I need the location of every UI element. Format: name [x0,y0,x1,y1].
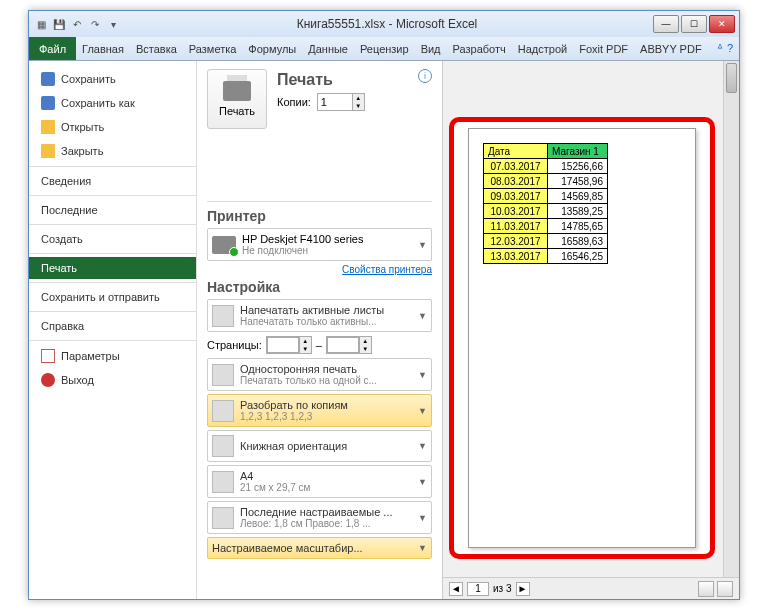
help-icon[interactable]: ? [727,42,733,55]
opt-sublabel: 21 см x 29,7 см [240,482,412,493]
margins-selector[interactable]: Последние настраиваемые ...Левое: 1,8 см… [207,501,432,534]
spinner-down-icon[interactable]: ▼ [353,102,364,110]
excel-window: ▦ 💾 ↶ ↷ ▾ Книга55551.xlsx - Microsoft Ex… [28,10,740,600]
sidebar-item-saveas[interactable]: Сохранить как [29,91,196,115]
show-margins-button[interactable] [698,581,714,597]
sidebar-item-close[interactable]: Закрыть [29,139,196,163]
sidebar-label: Закрыть [61,145,103,157]
paper-size-selector[interactable]: A421 см x 29,7 см ▼ [207,465,432,498]
tab-home[interactable]: Главная [76,43,130,55]
table-row: 07.03.201715256,66 [484,159,608,174]
sidebar-item-help[interactable]: Справка [29,315,196,337]
table-row: 11.03.201714785,65 [484,219,608,234]
margins-icon [212,507,234,529]
pages-to-spinner[interactable]: ▲▼ [326,336,372,354]
sidebar-label: Сохранить и отправить [41,291,160,303]
table-header: Дата [484,144,548,159]
save-icon[interactable]: 💾 [51,16,67,32]
opt-label: Настраиваемое масштабир... [212,542,412,554]
copies-input[interactable] [318,94,352,110]
next-page-button[interactable]: ► [516,582,530,596]
collate-selector[interactable]: Разобрать по копиям1,2,3 1,2,3 1,2,3 ▼ [207,394,432,427]
chevron-down-icon: ▼ [418,477,427,487]
printer-name: HP Deskjet F4100 series [242,233,412,245]
chevron-down-icon: ▼ [418,441,427,451]
printer-selector[interactable]: HP Deskjet F4100 series Не подключен ▼ [207,228,432,261]
collate-icon [212,400,234,422]
excel-icon: ▦ [33,16,49,32]
qat-dropdown-icon[interactable]: ▾ [105,16,121,32]
tab-abbyy[interactable]: ABBYY PDF [634,43,708,55]
minimize-ribbon-icon[interactable]: ᐞ [717,42,723,55]
tab-formulas[interactable]: Формулы [242,43,302,55]
tab-foxit[interactable]: Foxit PDF [573,43,634,55]
tab-data[interactable]: Данные [302,43,354,55]
minimize-button[interactable]: — [653,15,679,33]
page-total-label: из 3 [493,583,512,594]
print-button-label: Печать [219,105,255,117]
tab-view[interactable]: Вид [415,43,447,55]
saveas-icon [41,96,55,110]
options-icon [41,349,55,363]
table-header: Магазин 1 [548,144,608,159]
sidebar-item-save[interactable]: Сохранить [29,67,196,91]
prev-page-button[interactable]: ◄ [449,582,463,596]
maximize-button[interactable]: ☐ [681,15,707,33]
info-icon[interactable]: i [418,69,432,83]
scrollbar-thumb[interactable] [726,63,737,93]
sides-selector[interactable]: Односторонняя печатьПечатать только на о… [207,358,432,391]
sidebar-item-exit[interactable]: Выход [29,368,196,392]
pages-from-input[interactable] [267,337,299,353]
quick-access-toolbar: ▦ 💾 ↶ ↷ ▾ [33,16,121,32]
printer-icon [212,236,236,254]
sidebar-item-recent[interactable]: Последние [29,199,196,221]
save-icon [41,72,55,86]
print-preview: ДатаМагазин 1 07.03.201715256,66 08.03.2… [443,61,739,599]
pages-row: Страницы: ▲▼ – ▲▼ [207,336,432,354]
sidebar-item-open[interactable]: Открыть [29,115,196,139]
settings-heading: Настройка [207,279,432,295]
preview-scrollbar[interactable] [723,61,739,577]
redo-icon[interactable]: ↷ [87,16,103,32]
table-row: 08.03.201717458,96 [484,174,608,189]
pages-to-input[interactable] [327,337,359,353]
sidebar-label: Сохранить как [61,97,135,109]
page-number-input[interactable] [467,582,489,596]
opt-sublabel: Левое: 1,8 см Правое: 1,8 ... [240,518,412,529]
tab-addins[interactable]: Надстрой [512,43,573,55]
sidebar-item-send[interactable]: Сохранить и отправить [29,286,196,308]
sidebar-item-new[interactable]: Создать [29,228,196,250]
scaling-selector[interactable]: Настраиваемое масштабир... ▼ [207,537,432,559]
backstage-sidebar: Сохранить Сохранить как Открыть Закрыть … [29,61,197,599]
printer-properties-link[interactable]: Свойства принтера [207,264,432,275]
preview-page-bar: ◄ из 3 ► [443,577,739,599]
pages-from-spinner[interactable]: ▲▼ [266,336,312,354]
close-button[interactable]: ✕ [709,15,735,33]
undo-icon[interactable]: ↶ [69,16,85,32]
exit-icon [41,373,55,387]
page-icon [212,364,234,386]
opt-sublabel: Напечатать только активны... [240,316,412,327]
ribbon: Файл Главная Вставка Разметка Формулы Да… [29,37,739,61]
table-row: 10.03.201713589,25 [484,204,608,219]
preview-page: ДатаМагазин 1 07.03.201715256,66 08.03.2… [468,128,696,548]
chevron-down-icon: ▼ [418,311,427,321]
tab-review[interactable]: Рецензир [354,43,415,55]
file-tab[interactable]: Файл [29,37,76,60]
portrait-icon [212,435,234,457]
tab-layout[interactable]: Разметка [183,43,243,55]
copies-spinner[interactable]: ▲▼ [317,93,365,111]
tab-developer[interactable]: Разработч [447,43,512,55]
sidebar-item-options[interactable]: Параметры [29,344,196,368]
sidebar-item-print[interactable]: Печать [29,257,196,279]
window-title: Книга55551.xlsx - Microsoft Excel [121,17,653,31]
print-heading: Печать [277,71,365,89]
table-row: 13.03.201716546,25 [484,249,608,264]
orientation-selector[interactable]: Книжная ориентация ▼ [207,430,432,462]
sidebar-item-info[interactable]: Сведения [29,170,196,192]
print-button[interactable]: Печать [207,69,267,129]
spinner-up-icon[interactable]: ▲ [353,94,364,102]
print-what-selector[interactable]: Напечатать активные листыНапечатать толь… [207,299,432,332]
zoom-page-button[interactable] [717,581,733,597]
tab-insert[interactable]: Вставка [130,43,183,55]
